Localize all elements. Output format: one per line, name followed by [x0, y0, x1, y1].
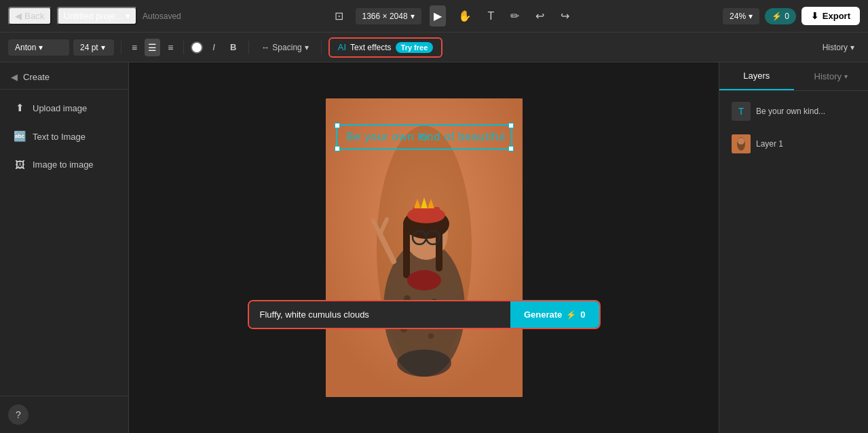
divider-4 [321, 41, 322, 54]
redo-button[interactable]: ↪ [556, 5, 573, 26]
font-name-label: Anton [15, 43, 36, 52]
svg-point-19 [407, 270, 441, 290]
sidebar-title: Create [23, 72, 50, 82]
right-panel: Layers History ▾ T Be your own kind... [719, 62, 868, 433]
generate-button[interactable]: Generate ⚡ 0 [510, 301, 599, 328]
divider-2 [183, 41, 184, 54]
pen-tool-button[interactable]: ✏ [506, 5, 523, 26]
upload-image-label: Upload image [33, 103, 87, 113]
autosaved-label: Autosaved [143, 12, 181, 21]
zoom-chevron-icon: ▾ [749, 12, 753, 21]
undo-button[interactable]: ↩ [531, 5, 548, 26]
image-to-image-label: Image to image [33, 159, 94, 170]
text-color-swatch[interactable] [191, 41, 203, 54]
canvas-size-label: 1366 × 2048 [362, 12, 408, 21]
italic-button[interactable]: I [207, 39, 221, 56]
export-label: Export [823, 11, 850, 21]
svg-rect-6 [403, 224, 410, 278]
export-icon: ⬇ [811, 11, 818, 21]
zoom-label: 24% [730, 12, 746, 21]
credits-button[interactable]: ⚡ 0 [765, 8, 796, 24]
font-size-chevron-icon: ▾ [101, 43, 105, 52]
text-to-image-label: Text to Image [33, 132, 86, 142]
project-chevron-icon: ▾ [126, 11, 130, 21]
credits-count: 0 [785, 12, 789, 21]
left-sidebar: ◀ Create ⬆ Upload image 🔤 Text to Image … [0, 62, 129, 433]
zoom-button[interactable]: 24% ▾ [723, 8, 759, 24]
refresh-icon[interactable]: ↻ [419, 131, 428, 144]
tab-history[interactable]: History ▾ [794, 62, 869, 90]
tti-prompt-input[interactable] [249, 301, 510, 328]
canvas-size-button[interactable]: 1366 × 2048 ▾ [356, 8, 421, 24]
project-name-button[interactable]: Untitled proje... ▾ [57, 7, 137, 25]
project-name-label: Untitled proje... [64, 11, 123, 21]
main-layout: ◀ Create ⬆ Upload image 🔤 Text to Image … [0, 62, 868, 433]
generate-credits-count: 0 [580, 309, 585, 320]
align-right-button[interactable]: ≡ [164, 39, 176, 56]
text-effects-label: Text effects [350, 43, 391, 52]
sidebar-header: ◀ Create [0, 62, 128, 90]
select-tool-button[interactable]: ▶ [430, 5, 446, 26]
canvas-area: ↻ Be your own kind of beautiful Generate… [129, 62, 719, 433]
layer-item-text[interactable]: T Be your own kind... [725, 96, 863, 126]
try-free-badge: Try free [396, 42, 434, 53]
history-chevron-icon: ▾ [850, 43, 854, 52]
history-label: History [823, 43, 848, 52]
spacing-button[interactable]: ↔ Spacing ▾ [256, 39, 314, 56]
spacing-label: Spacing [272, 43, 301, 52]
ai-text-effects-icon: AI [338, 42, 346, 52]
font-selector-button[interactable]: Anton ▾ [8, 39, 69, 56]
history-button[interactable]: History ▾ [817, 39, 860, 56]
svg-rect-9 [413, 207, 440, 218]
layer-item-image[interactable]: Layer 1 [725, 129, 863, 159]
resize-handle-tr[interactable] [508, 123, 514, 128]
align-center-button[interactable]: ☰ [145, 39, 160, 56]
canvas-wrapper: ↻ Be your own kind of beautiful Generate… [326, 98, 523, 397]
svg-point-26 [397, 350, 451, 377]
spacing-chevron-icon: ▾ [305, 43, 309, 52]
back-arrow-icon: ◀ [15, 11, 22, 21]
back-button[interactable]: ◀ Back [8, 7, 52, 25]
frame-tool-button[interactable]: ⊡ [331, 5, 347, 26]
help-icon: ? [16, 409, 21, 420]
help-button[interactable]: ? [8, 404, 29, 425]
sidebar-footer: ? [0, 396, 128, 433]
font-size-button[interactable]: 24 pt ▾ [73, 39, 114, 56]
generate-label: Generate [524, 309, 562, 320]
text-to-image-icon: 🔤 [14, 130, 26, 143]
text-effects-button[interactable]: AI Text effects Try free [328, 37, 443, 58]
canvas-background[interactable]: ↻ Be your own kind of beautiful [326, 98, 523, 397]
layers-list: T Be your own kind... Layer 1 [719, 91, 868, 164]
font-chevron-icon: ▾ [39, 43, 43, 52]
tab-layers[interactable]: Layers [719, 62, 794, 90]
text-element[interactable]: ↻ Be your own kind of beautiful [336, 124, 512, 150]
canvas-size-chevron-icon: ▾ [411, 12, 415, 21]
bold-button[interactable]: B [225, 39, 242, 56]
svg-point-29 [738, 138, 744, 145]
text-tool-button[interactable]: T [484, 6, 499, 26]
back-label: Back [24, 11, 45, 21]
sidebar-menu: ⬆ Upload image 🔤 Text to Image 🖼 Image t… [0, 90, 128, 183]
credits-bolt-icon: ⚡ [772, 12, 782, 21]
layer-text-label: Be your own kind... [756, 107, 856, 116]
align-left-button[interactable]: ≡ [128, 39, 140, 56]
sidebar-collapse-icon: ◀ [11, 72, 18, 82]
resize-handle-br[interactable] [508, 146, 514, 151]
resize-handle-tl[interactable] [335, 123, 340, 128]
layers-tab-label: Layers [743, 71, 770, 81]
sidebar-item-text-to-image[interactable]: 🔤 Text to Image [5, 124, 123, 149]
sidebar-item-image-to-image[interactable]: 🖼 Image to image [5, 152, 123, 177]
move-tool-button[interactable]: ✋ [454, 5, 476, 26]
layer-image-label: Layer 1 [756, 139, 856, 149]
spacing-icon: ↔ [261, 43, 269, 52]
topbar-right: 24% ▾ ⚡ 0 ⬇ Export [723, 7, 860, 25]
text-to-image-panel: Generate ⚡ 0 [248, 300, 601, 329]
resize-handle-bl[interactable] [335, 146, 340, 151]
upload-image-icon: ⬆ [14, 102, 26, 114]
topbar-left: ◀ Back Untitled proje... ▾ Autosaved [8, 7, 181, 25]
topbar-center: ⊡ 1366 × 2048 ▾ ▶ ✋ T ✏ ↩ ↪ [187, 5, 717, 26]
history-tab-label: History [814, 71, 842, 81]
export-button[interactable]: ⬇ Export [801, 7, 860, 25]
sidebar-item-upload-image[interactable]: ⬆ Upload image [5, 95, 123, 121]
generate-credit-icon: ⚡ [566, 310, 576, 320]
